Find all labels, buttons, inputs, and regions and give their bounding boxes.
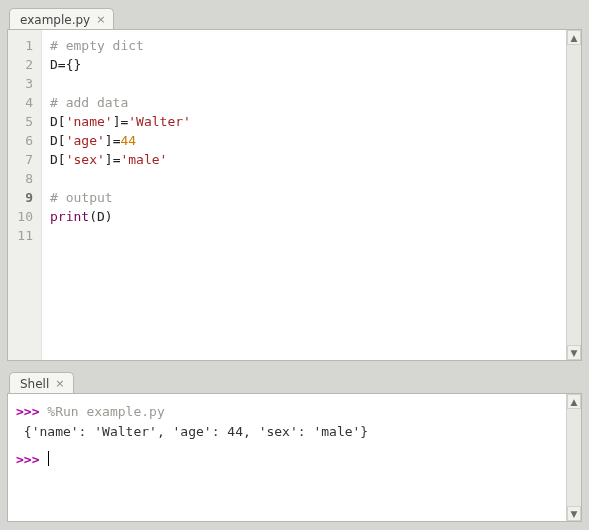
code-line[interactable]: # add data <box>50 93 558 112</box>
code-line[interactable]: D['age']=44 <box>50 131 558 150</box>
shell-tabbar: Shell × <box>7 370 582 394</box>
line-number: 6 <box>8 131 33 150</box>
code-line[interactable] <box>50 226 558 245</box>
shell-prompt: >>> <box>16 404 47 419</box>
close-icon[interactable]: × <box>55 378 64 389</box>
shell-run-command: %Run example.py <box>47 404 164 419</box>
code-line[interactable]: print(D) <box>50 207 558 226</box>
scroll-up-icon[interactable]: ▲ <box>567 394 581 409</box>
editor-area[interactable]: 1234567891011 # empty dictD={} # add dat… <box>8 30 566 360</box>
code-line[interactable]: D['sex']='male' <box>50 150 558 169</box>
code-line[interactable]: # empty dict <box>50 36 558 55</box>
line-number: 2 <box>8 55 33 74</box>
line-number: 11 <box>8 226 33 245</box>
editor-tabbar: example.py × <box>7 6 582 30</box>
close-icon[interactable]: × <box>96 14 105 25</box>
line-number: 1 <box>8 36 33 55</box>
shell-window: Shell × >>> %Run example.py {'name': 'Wa… <box>7 370 582 522</box>
shell-prompt: >>> <box>16 452 47 467</box>
shell-tab-label: Shell <box>20 377 49 391</box>
shell-tab[interactable]: Shell × <box>9 372 74 394</box>
line-number: 5 <box>8 112 33 131</box>
shell-input-line[interactable]: >>> <box>16 450 558 470</box>
scroll-down-icon[interactable]: ▼ <box>567 345 581 360</box>
line-number: 3 <box>8 74 33 93</box>
line-number-gutter: 1234567891011 <box>8 30 42 360</box>
scroll-up-icon[interactable]: ▲ <box>567 30 581 45</box>
line-number: 8 <box>8 169 33 188</box>
editor-tab[interactable]: example.py × <box>9 8 114 30</box>
editor-pane: 1234567891011 # empty dictD={} # add dat… <box>7 29 582 361</box>
line-number: 4 <box>8 93 33 112</box>
code-line[interactable]: D['name']='Walter' <box>50 112 558 131</box>
scroll-down-icon[interactable]: ▼ <box>567 506 581 521</box>
editor-window: example.py × 1234567891011 # empty dictD… <box>7 6 582 361</box>
shell-line: >>> %Run example.py <box>16 402 558 422</box>
code-line[interactable]: D={} <box>50 55 558 74</box>
line-number: 10 <box>8 207 33 226</box>
editor-tab-label: example.py <box>20 13 90 27</box>
shell-console[interactable]: >>> %Run example.py {'name': 'Walter', '… <box>8 394 566 521</box>
code-line[interactable] <box>50 169 558 188</box>
line-number: 9 <box>8 188 33 207</box>
code-line[interactable] <box>50 74 558 93</box>
text-cursor <box>48 451 49 466</box>
code-editor[interactable]: # empty dictD={} # add dataD['name']='Wa… <box>42 30 566 360</box>
editor-scrollbar[interactable]: ▲ ▼ <box>566 30 581 360</box>
code-line[interactable]: # output <box>50 188 558 207</box>
line-number: 7 <box>8 150 33 169</box>
shell-pane: >>> %Run example.py {'name': 'Walter', '… <box>7 393 582 522</box>
shell-scrollbar[interactable]: ▲ ▼ <box>566 394 581 521</box>
shell-output: {'name': 'Walter', 'age': 44, 'sex': 'ma… <box>16 422 558 442</box>
